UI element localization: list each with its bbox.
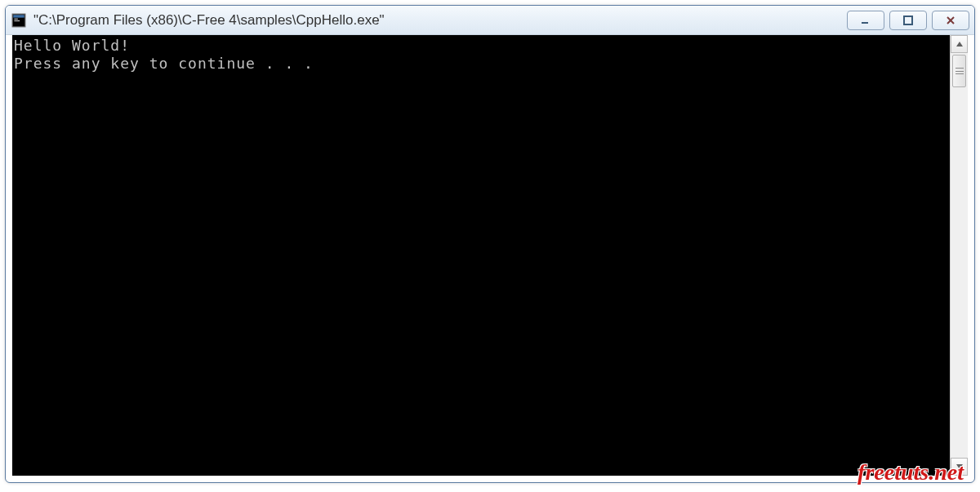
scrollbar-track[interactable] <box>951 53 968 458</box>
svg-marker-9 <box>956 464 963 469</box>
client-area: Hello World! Press any key to continue .… <box>12 35 968 476</box>
svg-rect-3 <box>14 20 20 21</box>
scroll-down-button[interactable] <box>951 458 968 476</box>
window-controls <box>847 11 969 30</box>
svg-marker-8 <box>956 42 963 47</box>
console-line: Press any key to continue . . . <box>14 55 314 72</box>
titlebar[interactable]: "C:\Program Files (x86)\C-Free 4\samples… <box>6 6 974 35</box>
svg-rect-2 <box>14 18 18 19</box>
svg-rect-1 <box>13 15 24 17</box>
scrollbar-thumb[interactable] <box>952 55 966 87</box>
scroll-up-button[interactable] <box>951 35 968 53</box>
maximize-button[interactable] <box>889 11 927 30</box>
svg-rect-5 <box>904 16 912 24</box>
console-line: Hello World! <box>14 37 130 54</box>
console-output[interactable]: Hello World! Press any key to continue .… <box>12 35 950 476</box>
vertical-scrollbar[interactable] <box>950 35 968 476</box>
svg-rect-4 <box>862 22 868 24</box>
app-icon <box>11 12 27 29</box>
minimize-button[interactable] <box>847 11 884 30</box>
close-button[interactable] <box>932 11 969 30</box>
console-window: "C:\Program Files (x86)\C-Free 4\samples… <box>5 5 975 483</box>
window-title: "C:\Program Files (x86)\C-Free 4\samples… <box>33 12 847 29</box>
